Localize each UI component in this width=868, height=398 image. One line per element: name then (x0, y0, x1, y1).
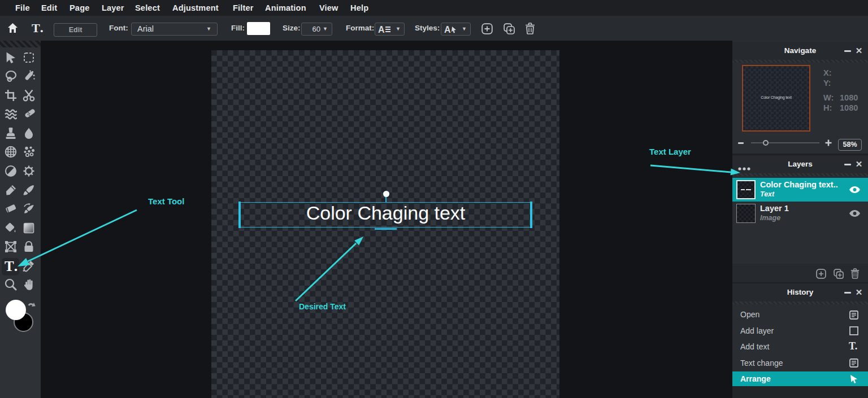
svg-text:A: A (444, 25, 451, 34)
svg-text:A: A (378, 25, 385, 34)
